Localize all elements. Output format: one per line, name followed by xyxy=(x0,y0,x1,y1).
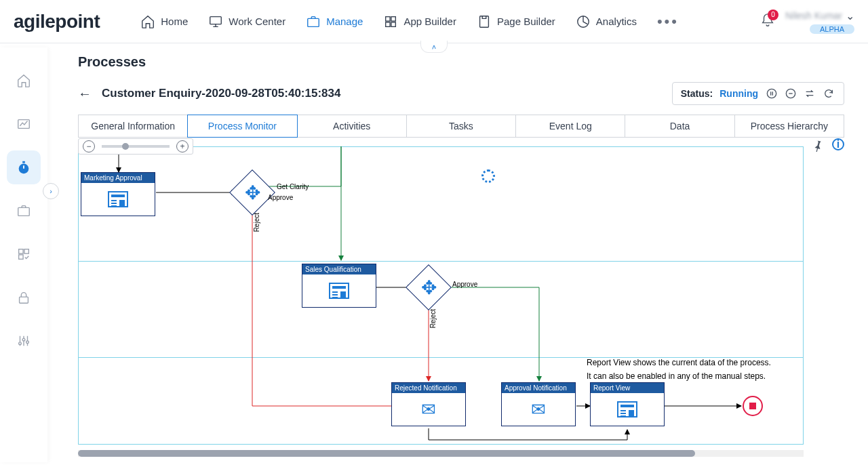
form-icon xyxy=(108,191,128,207)
zoom-out-button[interactable]: − xyxy=(83,140,95,152)
swap-button[interactable] xyxy=(803,87,816,100)
info-button[interactable]: i xyxy=(832,138,844,150)
nav-home[interactable]: Home xyxy=(140,14,188,29)
sidebar-work[interactable] xyxy=(9,197,38,225)
svg-rect-12 xyxy=(19,249,23,253)
node-title: Rejected Notification xyxy=(392,383,465,393)
node-title: Sales Qualification xyxy=(302,264,376,274)
tab-tasks[interactable]: Tasks xyxy=(406,115,516,138)
status-label: Status: xyxy=(681,88,713,99)
page-title: Processes xyxy=(78,54,844,70)
process-name: Customer Enquiry-2020-09-28T05:40:15:834 xyxy=(102,87,340,100)
node-marketing-approval[interactable]: Marketing Approval xyxy=(81,172,155,216)
tab-activities[interactable]: Activities xyxy=(297,115,407,138)
sidebar-processes[interactable] xyxy=(9,153,38,182)
nav-page-builder-label: Page Builder xyxy=(497,16,555,27)
mail-icon: ✉ xyxy=(421,399,436,420)
svg-point-18 xyxy=(26,341,29,344)
user-menu[interactable]: Nilesh Kumar ⌄ ALPHA xyxy=(785,9,854,34)
sidebar-security[interactable] xyxy=(9,283,38,312)
nav-analytics-label: Analytics xyxy=(596,16,637,27)
node-sales-qualification[interactable]: Sales Qualification xyxy=(302,264,376,308)
node-title: Approval Notification xyxy=(502,383,575,393)
svg-rect-11 xyxy=(18,207,30,216)
stop-button[interactable] xyxy=(784,87,797,100)
sidebar-analytics[interactable] xyxy=(9,110,38,138)
svg-rect-3 xyxy=(391,16,395,20)
refresh-icon xyxy=(823,88,834,99)
nav-app-builder[interactable]: App Builder xyxy=(383,14,456,29)
minus-circle-icon xyxy=(785,88,796,99)
back-button[interactable]: ← xyxy=(78,86,92,102)
nav-items: Home Work Center Manage App Builder Page… xyxy=(140,13,760,30)
tab-monitor[interactable]: Process Monitor xyxy=(187,115,297,138)
tab-event-log[interactable]: Event Log xyxy=(515,115,625,138)
node-report-view[interactable]: Report View xyxy=(590,382,665,426)
form-icon xyxy=(329,283,349,299)
sidebar-expand-button[interactable]: › xyxy=(43,183,59,199)
node-approval-notification[interactable]: Approval Notification ✉ xyxy=(501,382,576,426)
nav-analytics[interactable]: Analytics xyxy=(576,14,637,29)
gateway-icon xyxy=(421,277,437,299)
pause-button[interactable] xyxy=(765,87,778,100)
breadcrumb: ← Customer Enquiry-2020-09-28T05:40:15:8… xyxy=(78,86,340,102)
briefcase-icon xyxy=(306,14,321,29)
lock-icon xyxy=(16,290,31,305)
chart-line-icon xyxy=(16,117,31,131)
node-end[interactable] xyxy=(743,396,763,416)
node-rejected-notification[interactable]: Rejected Notification ✉ xyxy=(391,382,466,426)
nav-work-center-label: Work Center xyxy=(229,16,285,27)
chevron-down-icon: ⌄ xyxy=(846,9,854,22)
chart-pie-icon xyxy=(576,14,591,29)
form-icon xyxy=(617,401,637,417)
user-area: 0 Nilesh Kumar ⌄ ALPHA xyxy=(760,9,854,34)
notifications-button[interactable]: 0 xyxy=(760,13,775,30)
loading-spinner xyxy=(481,169,495,183)
node-gateway-2[interactable] xyxy=(412,271,445,304)
horizontal-scrollbar[interactable] xyxy=(78,450,804,457)
svg-rect-10 xyxy=(22,161,25,163)
nav-manage[interactable]: Manage xyxy=(306,14,363,29)
home-icon xyxy=(16,73,31,88)
home-icon xyxy=(140,14,155,29)
edge-label-reject-1: Reject xyxy=(253,213,260,232)
chevron-up-icon: ʌ xyxy=(432,43,436,50)
zoom-in-button[interactable]: + xyxy=(176,140,189,152)
refresh-button[interactable] xyxy=(822,87,835,100)
tabs: General Information Process Monitor Acti… xyxy=(78,115,844,138)
tab-hierarchy[interactable]: Process Hierarchy xyxy=(734,115,844,138)
pin-button[interactable] xyxy=(810,138,824,155)
logo: agilepoint xyxy=(14,11,100,33)
sidebar-settings[interactable] xyxy=(9,327,38,355)
nav-manage-label: Manage xyxy=(326,16,363,27)
zoom-slider[interactable] xyxy=(102,145,170,148)
node-gateway-1[interactable] xyxy=(236,176,269,209)
svg-point-19 xyxy=(767,89,776,98)
sidebar-home[interactable] xyxy=(9,66,38,95)
tab-general[interactable]: General Information xyxy=(78,115,188,138)
chevron-right-icon: › xyxy=(50,187,52,195)
svg-point-16 xyxy=(19,342,22,345)
lane-divider xyxy=(79,261,803,262)
zoom-control: − + xyxy=(78,138,193,155)
user-name: Nilesh Kumar xyxy=(785,10,842,21)
nav-more[interactable]: ••• xyxy=(657,13,679,30)
svg-rect-1 xyxy=(308,18,319,26)
svg-rect-5 xyxy=(391,22,395,26)
svg-rect-4 xyxy=(386,22,390,26)
hint-line-1: Report View shows the current data of th… xyxy=(587,358,771,367)
env-badge: ALPHA xyxy=(810,24,854,34)
stopwatch-icon xyxy=(16,160,31,175)
process-canvas[interactable]: − + i xyxy=(78,138,844,457)
svg-rect-14 xyxy=(19,255,23,259)
collapse-topnav-button[interactable]: ʌ xyxy=(420,41,448,53)
svg-rect-0 xyxy=(210,16,222,24)
main-content: Processes ← Customer Enquiry-2020-09-28T… xyxy=(61,47,861,462)
tab-data[interactable]: Data xyxy=(625,115,734,138)
pin-icon xyxy=(810,138,824,152)
sidebar-apps[interactable] xyxy=(9,240,38,268)
status-value: Running xyxy=(719,88,758,99)
nav-page-builder[interactable]: Page Builder xyxy=(477,14,555,29)
node-title: Marketing Approval xyxy=(81,173,155,183)
nav-work-center[interactable]: Work Center xyxy=(208,14,285,29)
